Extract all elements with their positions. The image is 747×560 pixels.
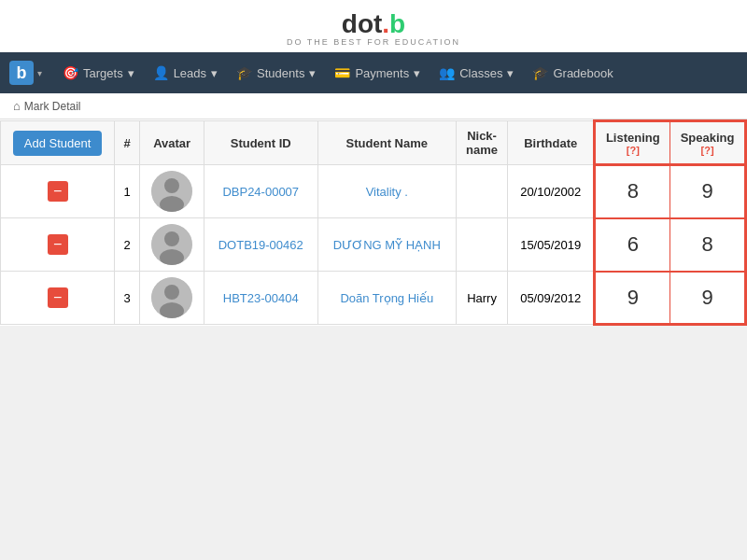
speaking-cell-1: 9 — [670, 165, 746, 218]
student-id-cell: DOTB19-00462 — [204, 218, 317, 272]
avatar-cell — [140, 165, 204, 218]
remove-button-1[interactable]: − — [48, 181, 68, 202]
nav-brand[interactable]: b — [9, 61, 34, 85]
classes-icon: 👥 — [439, 65, 455, 80]
nickname-cell — [457, 218, 508, 272]
svg-point-1 — [164, 178, 179, 193]
col-avatar: Avatar — [140, 121, 204, 165]
nav-targets[interactable]: 🎯 Targets ▾ — [53, 52, 144, 93]
nav-leads[interactable]: 👤 Leads ▾ — [144, 52, 227, 93]
avatar-cell — [140, 272, 204, 325]
col-nickname: Nick-name — [457, 121, 508, 165]
logo-bar: dot.b DO THE BEST FOR EDUCATION — [0, 0, 747, 52]
student-id-link-1[interactable]: DBP24-00007 — [222, 185, 299, 199]
remove-button-3[interactable]: − — [48, 287, 68, 308]
col-speaking: Speaking [?] — [670, 121, 746, 165]
nickname-cell — [457, 165, 508, 218]
svg-point-7 — [164, 285, 179, 300]
row-num: 1 — [115, 165, 140, 218]
breadcrumb-label: Mark Detail — [24, 100, 81, 113]
speaking-cell-3: 9 — [670, 272, 746, 325]
birthdate-cell: 15/05/2019 — [507, 218, 594, 272]
avatar — [151, 224, 192, 265]
col-birthdate: Birthdate — [507, 121, 594, 165]
student-id-link-2[interactable]: DOTB19-00462 — [218, 238, 303, 252]
remove-cell: − — [1, 165, 115, 218]
table-row: − 2 DOTB19-00462 DƯƠNG MỸ — [1, 218, 746, 272]
nav-classes[interactable]: 👥 Classes ▾ — [430, 52, 523, 93]
add-student-header: Add Student — [1, 121, 115, 165]
student-name-cell: DƯƠNG MỸ HẠNH — [317, 218, 457, 272]
listening-help: [?] — [601, 145, 664, 156]
student-name-link-2[interactable]: DƯƠNG MỸ HẠNH — [333, 238, 441, 252]
birthdate-cell: 20/10/2002 — [507, 165, 594, 218]
svg-point-4 — [164, 231, 179, 246]
student-name-cell: Vitality . — [317, 165, 457, 218]
brand-dropdown[interactable]: ▾ — [37, 68, 42, 78]
row-num: 2 — [115, 218, 140, 272]
gradebook-icon: 🎓 — [532, 65, 548, 80]
col-listening: Listening [?] — [595, 121, 670, 165]
payments-icon: 💳 — [334, 65, 350, 80]
remove-button-2[interactable]: − — [48, 234, 68, 255]
student-name-cell: Doãn Trọng Hiếu — [317, 272, 457, 325]
leads-icon: 👤 — [153, 65, 169, 80]
student-id-cell: HBT23-00404 — [204, 272, 317, 325]
student-id-cell: DBP24-00007 — [204, 165, 317, 218]
avatar — [151, 277, 192, 318]
student-name-link-3[interactable]: Doãn Trọng Hiếu — [340, 291, 433, 305]
row-num: 3 — [115, 272, 140, 325]
breadcrumb: ⌂ Mark Detail — [0, 93, 747, 119]
student-name-link-1[interactable]: Vitality . — [366, 185, 408, 199]
nav-students[interactable]: 🎓 Students ▾ — [227, 52, 325, 93]
nickname-cell: Harry — [457, 272, 508, 325]
speaking-cell-2: 8 — [670, 218, 746, 272]
home-icon: ⌂ — [13, 99, 21, 113]
table-row: − 3 HBT23-00404 Doãn Trọn — [1, 272, 746, 325]
add-student-button[interactable]: Add Student — [13, 131, 103, 156]
targets-icon: 🎯 — [63, 65, 78, 80]
birthdate-cell: 05/09/2012 — [507, 272, 594, 325]
logo: dot.b — [342, 9, 405, 39]
students-icon: 🎓 — [236, 65, 252, 80]
speaking-help: [?] — [676, 145, 739, 156]
col-student-id: Student ID — [204, 121, 317, 165]
avatar — [151, 171, 192, 212]
remove-cell: − — [1, 272, 115, 325]
student-id-link-3[interactable]: HBT23-00404 — [223, 291, 299, 305]
nav-bar: b ▾ 🎯 Targets ▾ 👤 Leads ▾ 🎓 Students ▾ 💳… — [0, 52, 747, 93]
col-student-name: Student Name — [317, 121, 457, 165]
logo-subtitle: DO THE BEST FOR EDUCATION — [287, 37, 460, 47]
listening-cell-3: 9 — [595, 272, 670, 325]
students-table: Add Student # Avatar Student ID Student … — [0, 119, 747, 326]
remove-cell: − — [1, 218, 115, 272]
col-num: # — [115, 121, 140, 165]
table-header: Add Student # Avatar Student ID Student … — [1, 121, 746, 165]
table-row: − 1 DBP24-00007 Vitality — [1, 165, 746, 218]
listening-cell-2: 6 — [595, 218, 670, 272]
avatar-cell — [140, 218, 204, 272]
nav-gradebook[interactable]: 🎓 Gradebook — [523, 52, 622, 93]
nav-payments[interactable]: 💳 Payments ▾ — [325, 52, 430, 93]
listening-cell-1: 8 — [595, 165, 670, 218]
main-content: Add Student # Avatar Student ID Student … — [0, 119, 747, 326]
